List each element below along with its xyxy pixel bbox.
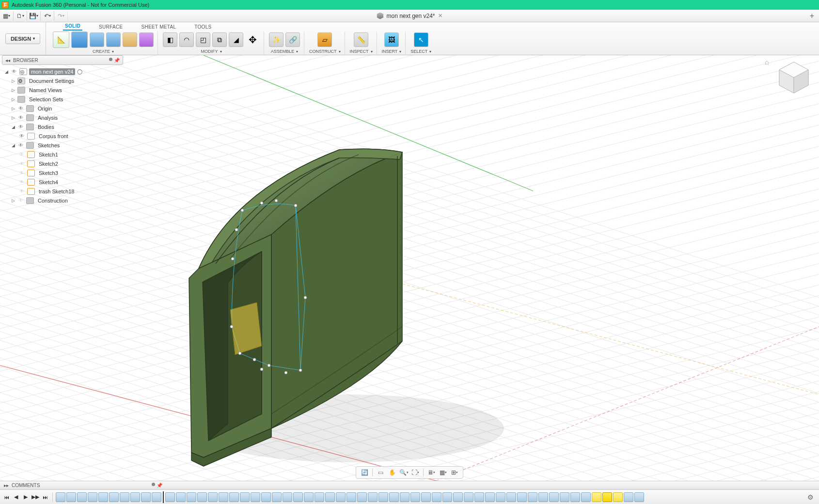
timeline-play-button[interactable]: ▶ [21, 493, 30, 502]
file-menu-button[interactable]: 🗋▾ [16, 11, 27, 21]
timeline-feature[interactable] [634, 492, 644, 502]
tree-origin[interactable]: ▷👁Origin [2, 104, 123, 113]
orbit-button[interactable]: 🔄 [359, 468, 370, 477]
display-button[interactable]: 🖥▾ [426, 468, 437, 477]
timeline-feature[interactable] [109, 492, 119, 502]
timeline-feature[interactable] [336, 492, 346, 502]
timeline-feature[interactable] [432, 492, 441, 502]
hole-tool-icon[interactable] [123, 32, 137, 47]
timeline-feature[interactable] [261, 492, 271, 502]
workspace-switcher[interactable]: DESIGN▾ [0, 22, 46, 55]
combine-tool-icon[interactable]: ⧉ [212, 32, 227, 47]
timeline-feature[interactable] [570, 492, 580, 502]
timeline-feature[interactable] [602, 492, 612, 502]
extrude-tool-icon[interactable] [90, 32, 104, 47]
timeline-feature[interactable] [176, 492, 186, 502]
tab-tools[interactable]: TOOLS [192, 23, 213, 31]
tab-surface[interactable]: SURFACE [97, 23, 125, 31]
plane-tool-icon[interactable]: ▱ [317, 32, 332, 47]
timeline-feature[interactable] [293, 492, 303, 502]
timeline-feature[interactable] [208, 492, 218, 502]
select-tool-icon[interactable]: ↖ [414, 32, 428, 47]
construct-label[interactable]: CONSTRUCT [309, 48, 341, 55]
assemble-label[interactable]: ASSEMBLE [271, 48, 299, 55]
timeline-feature[interactable] [453, 492, 463, 502]
timeline-feature[interactable] [592, 492, 601, 502]
fit-button[interactable]: ⛶▾ [410, 468, 421, 477]
tree-sketch1[interactable]: 👁Sketch1 [2, 150, 123, 159]
timeline-feature[interactable] [187, 492, 196, 502]
timeline-feature[interactable] [98, 492, 108, 502]
timeline-feature[interactable] [485, 492, 495, 502]
timeline-feature[interactable] [141, 492, 151, 502]
undo-button[interactable]: ↶▾ [44, 11, 54, 21]
browser-header[interactable]: ◂◂ BROWSER 📌 [2, 55, 123, 65]
timeline-feature[interactable] [120, 492, 129, 502]
timeline-fwd-button[interactable]: ▶▶ [31, 493, 40, 502]
timeline-feature[interactable] [517, 492, 527, 502]
modify-label[interactable]: MODIFY [201, 48, 222, 55]
form-tool-icon[interactable] [139, 32, 154, 47]
tree-sketch2[interactable]: 👁Sketch2 [2, 159, 123, 168]
lookat-button[interactable]: ▭ [375, 468, 386, 477]
viewport-button[interactable]: ⊞▾ [449, 468, 460, 477]
timeline-feature[interactable] [496, 492, 505, 502]
timeline-feature[interactable] [442, 492, 452, 502]
tree-sketches[interactable]: ◢👁Sketches [2, 141, 123, 150]
timeline-feature[interactable] [474, 492, 484, 502]
grid-button[interactable]: ▦▾ [438, 468, 448, 477]
expand-icon[interactable]: ▸▸ [4, 483, 9, 488]
timeline-marker[interactable] [163, 491, 164, 503]
timeline-feature[interactable] [389, 492, 399, 502]
timeline-feature[interactable] [538, 492, 548, 502]
timeline-feature[interactable] [624, 492, 633, 502]
timeline-feature[interactable] [272, 492, 282, 502]
tree-sketch3[interactable]: 👁Sketch3 [2, 168, 123, 177]
new-component-icon[interactable]: ✨ [269, 32, 284, 47]
fillet-tool-icon[interactable]: ◠ [179, 32, 194, 47]
redo-button[interactable]: ↷▾ [57, 11, 68, 21]
timeline-feature[interactable] [304, 492, 314, 502]
app-menu-button[interactable]: ▦▾ [3, 11, 14, 21]
timeline-feature[interactable] [506, 492, 516, 502]
timeline-feature[interactable] [88, 492, 97, 502]
tree-named-views[interactable]: ▷Named Views [2, 85, 123, 94]
timeline-feature[interactable] [197, 492, 207, 502]
timeline-feature[interactable] [165, 492, 175, 502]
tree-root[interactable]: ◢👁 ◎ mon next gen v24 ◯ [2, 67, 123, 76]
timeline-feature[interactable] [283, 492, 292, 502]
close-tab-icon[interactable]: ✕ [438, 13, 442, 19]
tree-bodies[interactable]: ◢👁Bodies [2, 122, 123, 131]
pan-button[interactable]: ✋ [387, 468, 397, 477]
tree-selection-sets[interactable]: ▷Selection Sets [2, 94, 123, 104]
create-label[interactable]: CREATE [93, 48, 114, 55]
timeline-feature[interactable] [357, 492, 367, 502]
tab-sheetmetal[interactable]: SHEET METAL [139, 23, 178, 31]
timeline-feature[interactable] [251, 492, 260, 502]
pin-icon[interactable]: 📌 [157, 483, 162, 488]
box-tool-icon[interactable] [71, 32, 88, 48]
timeline-feature[interactable] [229, 492, 239, 502]
tree-construction[interactable]: ▷👁Construction [2, 196, 123, 205]
timeline-feature[interactable] [581, 492, 591, 502]
timeline-feature[interactable] [152, 492, 161, 502]
inspect-label[interactable]: INSPECT [350, 48, 373, 55]
timeline-feature[interactable] [77, 492, 87, 502]
timeline-feature[interactable] [346, 492, 356, 502]
tab-solid[interactable]: SOLID [63, 22, 82, 31]
new-tab-button[interactable]: + [810, 12, 814, 20]
timeline-feature[interactable] [528, 492, 537, 502]
timeline-feature[interactable] [66, 492, 76, 502]
timeline-feature[interactable] [421, 492, 431, 502]
timeline-feature[interactable] [378, 492, 388, 502]
insert-tool-icon[interactable]: 🖼 [384, 32, 399, 47]
draft-tool-icon[interactable]: ◢ [229, 32, 243, 47]
joint-tool-icon[interactable]: 🔗 [285, 32, 300, 47]
insert-label[interactable]: INSERT [382, 48, 402, 55]
timeline-feature[interactable] [240, 492, 250, 502]
tree-sketch4[interactable]: 👁Sketch4 [2, 177, 123, 187]
timeline-feature[interactable] [464, 492, 473, 502]
timeline-feature[interactable] [368, 492, 378, 502]
measure-tool-icon[interactable]: 📏 [354, 32, 368, 47]
select-label[interactable]: SELECT [410, 48, 431, 55]
